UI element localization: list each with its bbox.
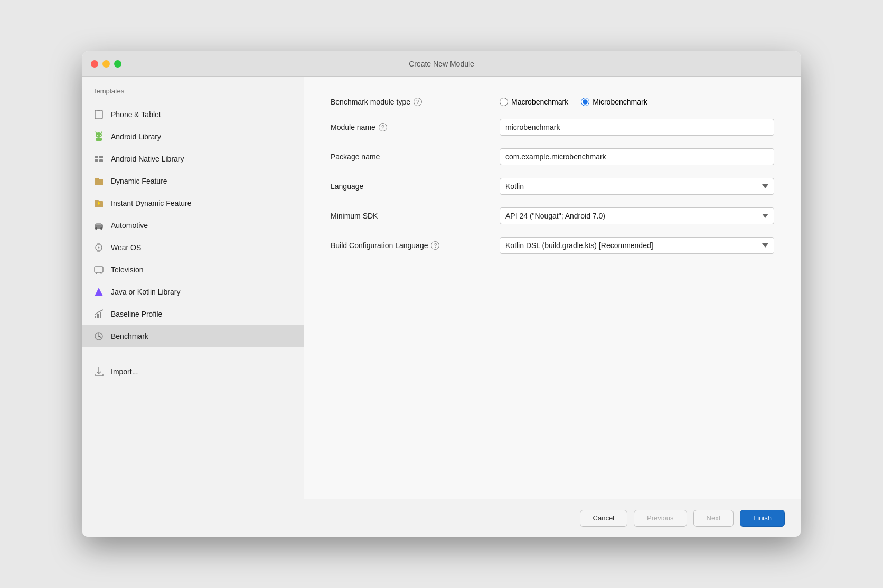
sidebar-item-benchmark[interactable]: Benchmark: [82, 325, 304, 347]
automotive-icon: [93, 220, 105, 231]
module-name-help-icon[interactable]: ?: [379, 123, 387, 131]
dialog-body: Templates Phone & Tablet: [82, 77, 801, 499]
svg-rect-10: [95, 159, 98, 162]
svg-rect-7: [96, 138, 102, 141]
instant-dynamic-feature-icon: [93, 197, 105, 209]
phone-tablet-icon: [93, 109, 105, 120]
svg-rect-11: [99, 159, 103, 162]
svg-rect-31: [100, 312, 101, 318]
benchmark-icon: [93, 330, 105, 342]
sidebar-item-automotive[interactable]: Automotive: [82, 214, 304, 236]
svg-rect-13: [95, 178, 99, 180]
dialog-footer: Cancel Previous Next Finish: [82, 499, 801, 537]
sidebar-label-wear-os: Wear OS: [111, 243, 141, 252]
svg-rect-23: [97, 243, 100, 245]
import-icon: [93, 366, 105, 377]
language-row: Language Kotlin Java: [331, 178, 774, 195]
sidebar: Templates Phone & Tablet: [82, 77, 304, 499]
sidebar-label-java-kotlin-library: Java or Kotlin Library: [111, 288, 181, 296]
next-button[interactable]: Next: [693, 510, 734, 527]
cancel-button[interactable]: Cancel: [580, 510, 627, 527]
package-name-control: [500, 148, 774, 165]
svg-rect-18: [96, 223, 101, 225]
module-name-input[interactable]: [500, 119, 774, 136]
sidebar-item-android-native-library[interactable]: Android Native Library: [82, 148, 304, 170]
android-library-icon: [93, 131, 105, 143]
language-control: Kotlin Java: [500, 178, 774, 195]
sidebar-label-benchmark: Benchmark: [111, 332, 148, 340]
minimum-sdk-row: Minimum SDK API 21 ("Lollipop"; Android …: [331, 207, 774, 224]
sidebar-label-television: Television: [111, 265, 143, 274]
sidebar-item-phone-tablet[interactable]: Phone & Tablet: [82, 103, 304, 126]
minimum-sdk-select[interactable]: API 21 ("Lollipop"; Android 5.0) API 24 …: [500, 207, 774, 224]
main-content: Benchmark module type ? Macrobenchmark M…: [304, 77, 801, 499]
svg-line-5: [96, 132, 97, 134]
macrobenchmark-radio[interactable]: [500, 98, 508, 106]
sidebar-label-import: Import...: [111, 367, 138, 376]
sidebar-item-dynamic-feature[interactable]: Dynamic Feature: [82, 170, 304, 192]
sidebar-label-android-native-library: Android Native Library: [111, 155, 184, 163]
module-name-label: Module name ?: [331, 123, 500, 131]
close-button[interactable]: [91, 60, 98, 68]
package-name-row: Package name: [331, 148, 774, 165]
sidebar-label-dynamic-feature: Dynamic Feature: [111, 177, 167, 185]
svg-rect-8: [95, 156, 98, 158]
sidebar-item-instant-dynamic-feature[interactable]: Instant Dynamic Feature: [82, 192, 304, 214]
sidebar-label-phone-tablet: Phone & Tablet: [111, 110, 161, 119]
svg-rect-15: [95, 200, 99, 202]
language-select[interactable]: Kotlin Java: [500, 178, 774, 195]
build-config-label: Build Configuration Language ?: [331, 241, 500, 250]
build-config-select[interactable]: Kotlin DSL (build.gradle.kts) [Recommend…: [500, 237, 774, 254]
sidebar-label-automotive: Automotive: [111, 221, 148, 230]
package-name-input[interactable]: [500, 148, 774, 165]
minimum-sdk-label: Minimum SDK: [331, 212, 500, 220]
finish-button[interactable]: Finish: [740, 510, 785, 527]
sidebar-item-import[interactable]: Import...: [82, 361, 304, 383]
sidebar-divider: [93, 354, 293, 354]
maximize-button[interactable]: [114, 60, 121, 68]
module-name-row: Module name ?: [331, 119, 774, 136]
benchmark-module-type-control: Macrobenchmark Microbenchmark: [500, 98, 774, 106]
package-name-label: Package name: [331, 153, 500, 161]
benchmark-module-type-help-icon[interactable]: ?: [414, 98, 422, 106]
minimize-button[interactable]: [102, 60, 110, 68]
macrobenchmark-option[interactable]: Macrobenchmark: [500, 98, 568, 106]
svg-line-6: [101, 132, 102, 134]
benchmark-module-type-row: Benchmark module type ? Macrobenchmark M…: [331, 98, 774, 106]
sidebar-label-instant-dynamic-feature: Instant Dynamic Feature: [111, 199, 192, 207]
dialog-title: Create New Module: [409, 60, 474, 68]
module-name-control: [500, 119, 774, 136]
svg-point-4: [100, 135, 101, 136]
titlebar-buttons: [91, 60, 121, 68]
sidebar-item-television[interactable]: Television: [82, 259, 304, 281]
sidebar-item-java-kotlin-library[interactable]: Java or Kotlin Library: [82, 281, 304, 303]
svg-point-20: [100, 227, 102, 230]
previous-button[interactable]: Previous: [634, 510, 687, 527]
svg-rect-9: [99, 156, 103, 158]
svg-rect-0: [95, 110, 102, 119]
svg-rect-29: [95, 316, 96, 318]
build-config-control: Kotlin DSL (build.gradle.kts) [Recommend…: [500, 237, 774, 254]
svg-rect-25: [95, 267, 103, 272]
dynamic-feature-icon: [93, 175, 105, 187]
sidebar-item-baseline-profile[interactable]: Baseline Profile: [82, 303, 304, 325]
sidebar-label-android-library: Android Library: [111, 132, 161, 141]
sidebar-item-wear-os[interactable]: Wear OS: [82, 236, 304, 259]
svg-point-19: [95, 227, 97, 230]
microbenchmark-option[interactable]: Microbenchmark: [581, 98, 647, 106]
language-label: Language: [331, 182, 500, 191]
minimum-sdk-control: API 21 ("Lollipop"; Android 5.0) API 24 …: [500, 207, 774, 224]
sidebar-section-title: Templates: [82, 87, 304, 103]
build-config-help-icon[interactable]: ?: [431, 241, 439, 250]
television-icon: [93, 264, 105, 276]
baseline-profile-icon: [93, 308, 105, 320]
microbenchmark-radio[interactable]: [581, 98, 589, 106]
java-kotlin-library-icon: [93, 286, 105, 298]
svg-point-3: [97, 135, 98, 136]
build-config-row: Build Configuration Language ? Kotlin DS…: [331, 237, 774, 254]
create-new-module-dialog: Create New Module Templates Phone & Tabl…: [82, 51, 801, 537]
svg-rect-30: [97, 314, 99, 318]
sidebar-item-android-library[interactable]: Android Library: [82, 126, 304, 148]
benchmark-module-type-label: Benchmark module type ?: [331, 98, 500, 106]
svg-rect-1: [97, 110, 100, 111]
